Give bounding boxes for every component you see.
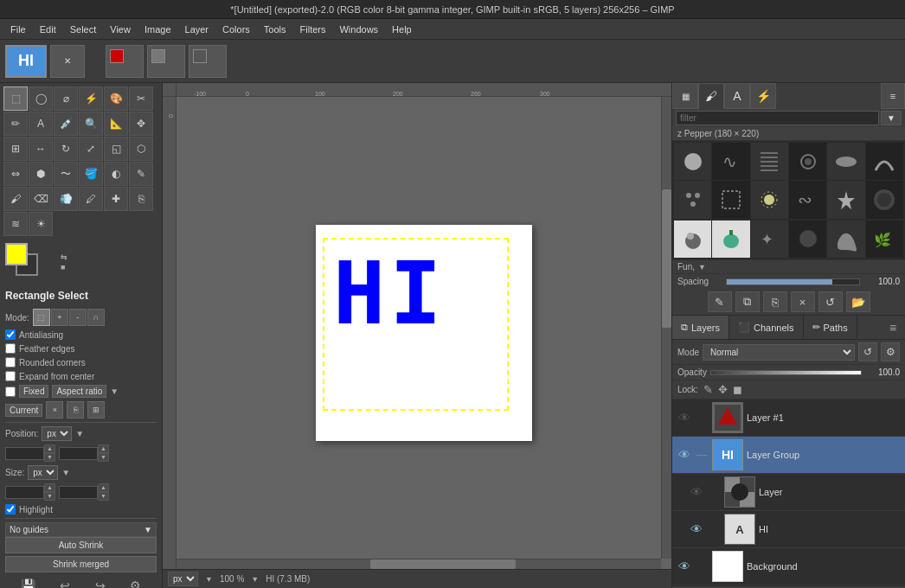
tool-blend[interactable]: ◐ — [104, 162, 128, 186]
brush-cell-pepper1[interactable] — [674, 220, 711, 258]
menu-colors[interactable]: Colors — [215, 22, 257, 36]
tool-move[interactable]: ✥ — [129, 112, 153, 136]
brush-cell-16[interactable]: 🌿 — [866, 220, 903, 258]
brush-tab-dynamics[interactable]: ⚡ — [750, 83, 776, 109]
brush-cell-15[interactable] — [827, 220, 864, 258]
antialiasing-checkbox[interactable] — [5, 329, 16, 340]
tool-free-select[interactable]: ⌀ — [54, 86, 78, 111]
filter-input[interactable] — [676, 111, 879, 125]
lock-position-icon[interactable]: ✥ — [718, 383, 728, 396]
tool-rotate[interactable]: ↻ — [54, 137, 78, 161]
tool-path[interactable]: ✏ — [3, 112, 28, 136]
layer-row-background[interactable]: 👁 Background — [672, 548, 905, 585]
tool-heal[interactable]: ✚ — [104, 187, 128, 211]
highlight-checkbox[interactable] — [5, 504, 16, 514]
mode-select-layers[interactable]: Normal Multiply Screen — [703, 344, 855, 361]
tool-cross-button[interactable]: ✕ — [50, 45, 85, 78]
brush-cell-9[interactable] — [751, 181, 788, 218]
current-label[interactable]: Current — [5, 404, 42, 417]
brush-cell-11[interactable] — [827, 181, 864, 218]
brush-cell-5[interactable] — [827, 143, 864, 180]
size-h-up[interactable]: ▲ — [98, 483, 109, 492]
brush-refresh-btn[interactable]: ↺ — [818, 291, 843, 312]
foreground-color-swatch[interactable] — [5, 243, 28, 265]
menu-view[interactable]: View — [103, 22, 138, 36]
mode-reset-btn[interactable]: ↺ — [858, 342, 877, 361]
current-del-btn[interactable]: × — [46, 401, 63, 419]
aspect-ratio-label[interactable]: Aspect ratio — [52, 385, 106, 398]
expand-checkbox[interactable] — [5, 371, 16, 381]
brush-cell-6[interactable] — [866, 143, 903, 180]
size-unit[interactable]: px — [28, 465, 58, 480]
tool-align[interactable]: ⊞ — [3, 137, 28, 161]
size-w-input[interactable]: 1050 — [5, 486, 44, 499]
menu-edit[interactable]: Edit — [33, 22, 63, 36]
tool-opt-undo-icon[interactable]: ↩ — [60, 578, 70, 588]
scrollbar-thumb-v[interactable] — [662, 189, 671, 328]
scrollbar-horizontal[interactable] — [177, 559, 661, 569]
scrollbar-thumb-h[interactable] — [370, 559, 516, 569]
canvas-scroll[interactable]: HI — [177, 97, 671, 569]
tool-flip[interactable]: ⇔ — [3, 162, 28, 186]
tool-opt-redo-icon[interactable]: ↪ — [95, 578, 106, 588]
unit-dropdown-icon[interactable]: ▼ — [205, 575, 213, 584]
tool-measure[interactable]: 📐 — [104, 112, 128, 136]
menu-image[interactable]: Image — [138, 22, 178, 36]
pos-x-input[interactable]: 0 — [5, 447, 44, 460]
tool-fuzzy-select[interactable]: ⚡ — [79, 86, 103, 111]
zoom-dropdown-icon[interactable]: ▼ — [251, 575, 259, 584]
tool-ink[interactable]: 🖊 — [79, 187, 103, 211]
tool-btn-2[interactable] — [147, 45, 185, 78]
unit-select[interactable]: px — [168, 572, 198, 586]
brush-cell-2[interactable]: ∿ — [712, 143, 749, 180]
tool-opt-reset-icon[interactable]: ⚙ — [130, 578, 141, 588]
layer-vis-1[interactable]: 👁 — [677, 411, 691, 425]
fun-tag-dropdown[interactable]: ▼ — [698, 263, 706, 272]
opacity-slider[interactable] — [710, 370, 862, 375]
tool-clone[interactable]: ⎘ — [129, 187, 153, 211]
brush-tab-pattern[interactable]: ▦ — [672, 83, 698, 109]
tab-paths[interactable]: ✏ Paths — [804, 316, 857, 339]
tool-warp[interactable]: 〜 — [54, 162, 78, 186]
layer-row-layer[interactable]: 👁 Layer — [672, 474, 905, 511]
brush-edit-btn[interactable]: ✎ — [708, 291, 732, 312]
lock-pixels-icon[interactable]: ✎ — [703, 383, 713, 396]
layer-vis-background[interactable]: 👁 — [677, 559, 691, 573]
tool-color-picker[interactable]: 💉 — [54, 112, 78, 136]
rounded-checkbox[interactable] — [5, 357, 16, 368]
tool-eraser[interactable]: ⌫ — [29, 187, 53, 211]
brush-cell-1[interactable] — [674, 143, 711, 180]
layer-vis-hi[interactable]: 👁 — [690, 522, 703, 536]
tool-btn-3[interactable] — [189, 45, 227, 78]
current-copy-btn[interactable]: ⎘ — [67, 401, 84, 419]
size-h-down[interactable]: ▼ — [98, 492, 109, 501]
brush-duplicate-btn[interactable]: ⎘ — [763, 291, 787, 312]
pos-y-down[interactable]: ▼ — [98, 453, 109, 462]
tool-ellipse-select[interactable]: ◯ — [29, 86, 53, 111]
tool-bucket[interactable]: 🪣 — [79, 162, 103, 186]
menu-help[interactable]: Help — [385, 22, 419, 36]
tab-channels[interactable]: ⬛ Channels — [729, 316, 803, 339]
brush-panel-menu[interactable]: ≡ — [881, 83, 905, 109]
filter-expand-button[interactable]: ▼ — [881, 111, 902, 125]
tool-scale[interactable]: ⤢ — [79, 137, 103, 161]
feather-checkbox[interactable] — [5, 343, 16, 354]
tool-smudge[interactable]: ≋ — [3, 212, 28, 236]
brush-cell-7[interactable] — [674, 181, 711, 218]
brush-tab-text[interactable]: A — [724, 83, 750, 109]
tool-zoom[interactable]: 🔍 — [79, 112, 103, 136]
tool-opt-save-icon[interactable]: 💾 — [21, 578, 35, 588]
auto-shrink-button[interactable]: Auto Shrink — [5, 537, 157, 553]
lock-alpha-icon[interactable]: ◼ — [733, 383, 742, 396]
pos-x-down[interactable]: ▼ — [44, 453, 55, 462]
swap-colors-hint[interactable]: ⇆ — [61, 252, 67, 261]
tool-select-by-color[interactable]: 🎨 — [104, 86, 128, 111]
size-w-down[interactable]: ▼ — [44, 492, 55, 501]
layer-vis-group[interactable]: 👁 — [677, 448, 691, 462]
mode-replace[interactable]: ⬚ — [33, 309, 50, 326]
mode-intersect[interactable]: ∩ — [87, 309, 105, 326]
tool-hi-button[interactable]: HI — [5, 45, 47, 78]
brush-cell-pepper2[interactable] — [712, 220, 749, 258]
pos-x-up[interactable]: ▲ — [44, 444, 55, 453]
menu-layer[interactable]: Layer — [178, 22, 216, 36]
